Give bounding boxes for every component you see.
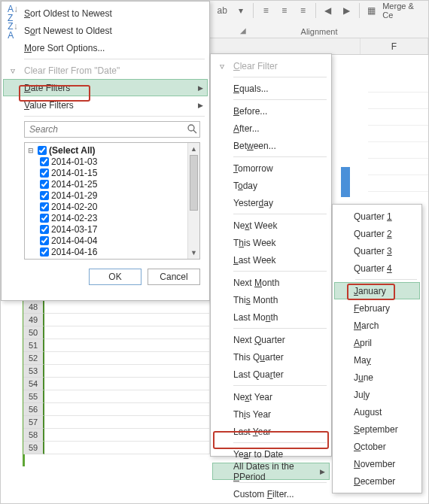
cell[interactable]	[44, 339, 210, 352]
date-item[interactable]: 2014-02-23	[26, 212, 186, 223]
wrap-text-icon[interactable]: ▾	[233, 2, 249, 19]
november[interactable]: November	[334, 455, 420, 472]
february[interactable]: February	[334, 299, 420, 317]
row-header[interactable]: 49	[23, 314, 44, 326]
june[interactable]: June	[334, 369, 420, 386]
date-checkbox[interactable]	[40, 202, 49, 211]
last-month[interactable]: Last Month	[212, 308, 330, 326]
quarter-2[interactable]: Quarter 2	[334, 225, 420, 242]
increase-indent-icon[interactable]: ▶	[339, 2, 354, 19]
date-checkbox[interactable]	[40, 259, 49, 260]
may[interactable]: May	[334, 351, 420, 369]
date-item[interactable]: 2014-04-16	[26, 246, 186, 257]
date-checkbox[interactable]	[40, 191, 49, 200]
date-item[interactable]: 2014-01-03	[26, 156, 186, 167]
row-header[interactable]: 55	[23, 390, 44, 403]
row-header[interactable]: 58	[23, 429, 44, 442]
scroll-thumb[interactable]	[190, 155, 198, 211]
decrease-indent-icon[interactable]: ◀	[321, 2, 336, 19]
date-checkbox[interactable]	[40, 180, 49, 189]
date-item[interactable]: 2014-01-25	[26, 178, 186, 190]
row-header[interactable]: 54	[23, 378, 44, 390]
row-header[interactable]: 52	[23, 352, 44, 365]
september[interactable]: September	[334, 421, 420, 438]
cell[interactable]	[44, 326, 210, 339]
cell[interactable]	[44, 314, 210, 326]
cell[interactable]	[44, 403, 210, 416]
select-all-row[interactable]: ⊟(Select All)	[26, 144, 186, 156]
date-item[interactable]: 2014-04-21	[26, 257, 186, 260]
cell[interactable]	[44, 442, 210, 454]
october[interactable]: October	[334, 438, 420, 455]
scroll-up-icon[interactable]: ▲	[188, 143, 199, 155]
row-header[interactable]: 59	[23, 442, 44, 454]
date-checkbox[interactable]	[40, 225, 49, 234]
date-item[interactable]: 2014-03-17	[26, 223, 186, 235]
this-week[interactable]: This Week	[212, 234, 330, 251]
row-header[interactable]: 50	[23, 326, 44, 339]
more-sort-options[interactable]: More Sort Options...	[3, 39, 208, 56]
select-all-checkbox[interactable]	[38, 146, 47, 155]
search-input[interactable]	[24, 121, 200, 138]
after[interactable]: After...	[212, 120, 330, 137]
cell[interactable]	[44, 429, 210, 442]
december[interactable]: December	[334, 472, 420, 490]
sort-oldest-to-newest[interactable]: A↓Z Sort Oldest to Newest	[3, 5, 208, 22]
merge-cells-icon[interactable]: ▦	[364, 2, 380, 19]
between[interactable]: Between...	[212, 137, 330, 154]
row-header[interactable]: 57	[23, 416, 44, 429]
march[interactable]: March	[334, 317, 420, 334]
july[interactable]: July	[334, 386, 420, 403]
equals[interactable]: Equals...	[212, 80, 330, 97]
cell[interactable]	[44, 365, 210, 378]
align-bottom-icon[interactable]: ≡	[295, 2, 311, 19]
merge-label[interactable]: Merge & Ce	[382, 2, 424, 20]
cell[interactable]	[44, 352, 210, 365]
next-quarter[interactable]: Next Quarter	[212, 331, 330, 348]
orientation-icon[interactable]: ab	[214, 2, 230, 19]
date-item[interactable]: 2014-04-04	[26, 235, 186, 246]
ok-button[interactable]: OK	[89, 269, 141, 285]
quarter-4[interactable]: Quarter 4	[334, 260, 420, 277]
date-item[interactable]: 2014-01-15	[26, 167, 186, 178]
april[interactable]: April	[334, 334, 420, 351]
column-header-f[interactable]: F	[361, 38, 428, 54]
yesterday[interactable]: Yesterday	[212, 194, 330, 211]
cell[interactable]	[44, 378, 210, 390]
column-header-e[interactable]	[210, 38, 361, 54]
scroll-down-icon[interactable]: ▼	[188, 247, 199, 259]
scrollbar[interactable]: ▲ ▼	[187, 143, 199, 259]
row-header[interactable]: 53	[23, 365, 44, 378]
date-checkbox[interactable]	[40, 169, 49, 178]
last-week[interactable]: Last Week	[212, 251, 330, 269]
cell[interactable]	[44, 390, 210, 403]
last-year[interactable]: Last Year	[212, 423, 330, 440]
date-checkbox[interactable]	[40, 247, 49, 257]
august[interactable]: August	[334, 403, 420, 421]
date-checkbox[interactable]	[40, 214, 49, 223]
last-quarter[interactable]: Last Quarter	[212, 366, 330, 383]
cell[interactable]	[44, 301, 210, 314]
this-quarter[interactable]: This Quarter	[212, 348, 330, 366]
row-header[interactable]: 56	[23, 403, 44, 416]
cancel-button[interactable]: Cancel	[148, 269, 200, 285]
this-year[interactable]: This Year	[212, 405, 330, 423]
dialog-launcher-icon[interactable]: ◢	[240, 26, 246, 35]
before[interactable]: Before...	[212, 102, 330, 120]
date-item[interactable]: 2014-01-29	[26, 190, 186, 201]
today[interactable]: Today	[212, 177, 330, 194]
date-checkbox[interactable]	[40, 157, 49, 166]
next-week[interactable]: Next Week	[212, 217, 330, 234]
custom-filter[interactable]: Custom Filter...	[212, 485, 330, 502]
date-checkbox[interactable]	[40, 236, 49, 245]
quarter-1[interactable]: Quarter 1	[334, 208, 420, 225]
all-dates-in-period[interactable]: All Dates in the PPeriod ▶	[212, 463, 330, 480]
this-month[interactable]: This Month	[212, 291, 330, 308]
next-year[interactable]: Next Year	[212, 388, 330, 405]
align-middle-icon[interactable]: ≡	[277, 2, 293, 19]
date-filters[interactable]: Date Filters ▶	[3, 79, 208, 96]
row-header[interactable]: 48	[23, 301, 44, 314]
value-filters[interactable]: Value Filters ▶	[3, 96, 208, 114]
tomorrow[interactable]: Tomorrow	[212, 159, 330, 177]
align-top-icon[interactable]: ≡	[258, 2, 274, 19]
